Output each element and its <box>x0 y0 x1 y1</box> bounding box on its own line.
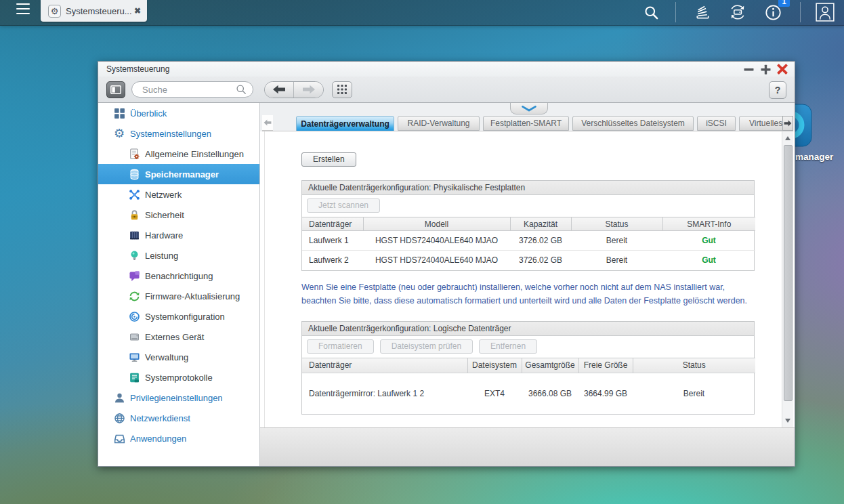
sidebar-item-benachrichtigung[interactable]: Benachrichtigung <box>98 266 259 286</box>
sidebar-item-leistung[interactable]: Leistung <box>98 245 259 266</box>
disk-sync-icon[interactable] <box>728 3 747 22</box>
sidebar-item-label: Systemprotokolle <box>145 373 213 383</box>
sidebar-item-firmware-aktualisierung[interactable]: Firmware-Aktualisierung <box>98 286 259 306</box>
sidebar-item-hardware[interactable]: Hardware <box>98 225 259 245</box>
notice-line-1: Wenn Sie eine Festplatte (neu oder gebra… <box>301 280 755 294</box>
cell: EXT4 <box>467 373 522 414</box>
column-header[interactable]: Modell <box>363 217 510 231</box>
physical-disks-panel: Aktuelle Datenträgerkonfiguration: Physi… <box>301 180 755 271</box>
user-icon[interactable] <box>816 3 835 22</box>
physical-panel-header: Aktuelle Datenträgerkonfiguration: Physi… <box>302 181 754 195</box>
table-row[interactable]: Laufwerk 2HGST HDS724040ALE640 MJAO3726.… <box>302 251 755 270</box>
close-window-button[interactable] <box>777 64 788 75</box>
sidebar-item-label: Sicherheit <box>145 210 184 220</box>
topbar-divider <box>800 2 801 22</box>
column-header[interactable]: SMART-Info <box>662 217 755 231</box>
panel-layout-icon <box>110 85 121 94</box>
sidebar-item-privilegieneinstellungen[interactable]: Privilegieneinstellungen <box>98 387 259 408</box>
cell: Bereit <box>571 231 662 251</box>
sidebar-item-label: Privilegieneinstellungen <box>130 393 223 403</box>
arrow-right-icon <box>784 120 792 127</box>
apps-icon <box>113 432 125 444</box>
scrollbar-thumb[interactable] <box>784 145 793 401</box>
gear-blue-icon: ⚙ <box>113 127 125 140</box>
close-icon[interactable]: ✖ <box>134 6 141 16</box>
main-panel: DatenträgerverwaltungRAID-VerwaltungFest… <box>260 103 795 466</box>
taskbar-tab-systemsteuerung[interactable]: ⚙ Systemsteueru... ✖ <box>41 0 147 22</box>
bubble-icon <box>128 270 140 282</box>
network-icon <box>128 188 140 201</box>
create-button[interactable]: Erstellen <box>301 152 356 167</box>
column-header[interactable]: Datenträger <box>302 358 467 373</box>
column-header[interactable]: Datenträger <box>302 217 363 231</box>
sidebar-item-systemkonfiguration[interactable]: Systemkonfiguration <box>98 306 259 327</box>
collapse-tabs-handle[interactable] <box>510 103 548 114</box>
scroll-up-button[interactable] <box>782 133 793 144</box>
cell: 3726.02 GB <box>510 231 571 251</box>
sidebar-item-netzwerkdienst[interactable]: Netzwerkdienst <box>98 408 259 428</box>
bulb-icon <box>128 249 140 261</box>
external-device-icon <box>128 331 140 343</box>
cell: Laufwerk 2 <box>302 251 363 270</box>
cell: HGST HDS724040ALE640 MJAO <box>363 231 510 251</box>
tab-virtuelles[interactable]: Virtuelles <box>739 116 784 131</box>
forward-button[interactable] <box>294 82 323 98</box>
formatieren-button[interactable]: Formatieren <box>307 339 374 354</box>
sidebar-toggle-button[interactable] <box>106 81 125 98</box>
window-body: Überblick⚙SystemeinstellungenAllgemeine … <box>98 103 795 466</box>
search-input[interactable] <box>142 85 236 95</box>
app-grid-button[interactable] <box>332 81 352 98</box>
jetzt-scannen-button[interactable]: Jetzt scannen <box>307 198 380 213</box>
search-icon[interactable] <box>641 3 660 22</box>
tab-raid-verwaltung[interactable]: RAID-Verwaltung <box>398 116 480 131</box>
sidebar-item-ueberblick[interactable]: Überblick <box>98 103 259 123</box>
arrow-left-icon <box>263 119 272 126</box>
sidebar-item-systemprotokolle[interactable]: Systemprotokolle <box>98 367 259 387</box>
sidebar-item-externes-geraet[interactable]: Externes Gerät <box>98 327 259 347</box>
window-titlebar[interactable]: Systemsteuerung <box>98 62 795 77</box>
info-icon[interactable]: 1 <box>763 3 782 22</box>
cell: Bereit <box>633 373 755 414</box>
scroll-down-button[interactable] <box>782 415 793 426</box>
tab-verschlusseltes-dateisystem[interactable]: Verschlüsseltes Dateisystem <box>572 116 694 131</box>
column-header[interactable]: Freie Größe <box>578 358 633 373</box>
globe-icon <box>113 412 125 424</box>
help-button[interactable]: ? <box>769 81 786 99</box>
column-header[interactable]: Status <box>571 217 662 231</box>
tabs-scroll-right-button[interactable] <box>782 116 793 131</box>
sidebar-item-label: Hardware <box>145 230 183 240</box>
tab-datentragerverwaltung[interactable]: Datenträgerverwaltung <box>296 116 394 131</box>
sidebar-item-anwendungen[interactable]: Anwendungen <box>98 428 259 448</box>
backup-tasks-icon[interactable] <box>693 3 712 22</box>
sidebar-item-systemeinstellungen[interactable]: ⚙Systemeinstellungen <box>98 123 259 144</box>
column-header[interactable]: Status <box>633 358 755 373</box>
back-button[interactable] <box>265 82 294 98</box>
menu-icon[interactable] <box>16 3 30 15</box>
sidebar-item-sicherheit[interactable]: Sicherheit <box>98 205 259 225</box>
desktop: { "topbar": { "tab": { "label": "Systems… <box>0 0 844 504</box>
content-viewport: Erstellen Aktuelle Datenträgerkonfigurat… <box>260 131 795 427</box>
table-row[interactable]: Laufwerk 1HGST HDS724040ALE640 MJAO3726.… <box>302 231 755 251</box>
sidebar-item-netzwerk[interactable]: Netzwerk <box>98 184 259 205</box>
tab-festplatten-smart[interactable]: Festplatten-SMART <box>483 116 569 131</box>
triangle-up-icon <box>785 136 790 140</box>
column-header[interactable]: Gesamtgröße <box>522 358 578 373</box>
table-row[interactable]: Datenträgermirror: Laufwerk 1 2EXT43666.… <box>302 373 755 414</box>
column-header[interactable]: Kapazität <box>510 217 571 231</box>
vertical-scrollbar[interactable] <box>782 131 793 427</box>
panel-toolbar: Jetzt scannen <box>302 195 754 217</box>
dateisystem-prufen-button[interactable]: Dateisystem prüfen <box>380 339 473 354</box>
tab-iscsi[interactable]: iSCSI <box>697 116 736 131</box>
disk-notice: Wenn Sie eine Festplatte (neu oder gebra… <box>301 280 755 308</box>
column-header[interactable]: Dateisystem <box>467 358 522 373</box>
sidebar-item-verwaltung[interactable]: Verwaltung <box>98 347 259 367</box>
tabs-scroll-left-button[interactable] <box>262 115 273 131</box>
sidebar-item-allgemeine-einstellungen[interactable]: Allgemeine Einstellungen <box>98 144 259 164</box>
sidebar-item-label: Speichermanager <box>145 169 219 180</box>
cell: 3666.08 GB <box>522 373 578 414</box>
taskbar-tab-label: Systemsteueru... <box>66 6 132 16</box>
maximize-button[interactable] <box>760 64 771 75</box>
minimize-button[interactable] <box>743 64 754 75</box>
entfernen-button[interactable]: Entfernen <box>479 339 537 354</box>
sidebar-item-speichermanager[interactable]: Speichermanager <box>98 164 259 184</box>
